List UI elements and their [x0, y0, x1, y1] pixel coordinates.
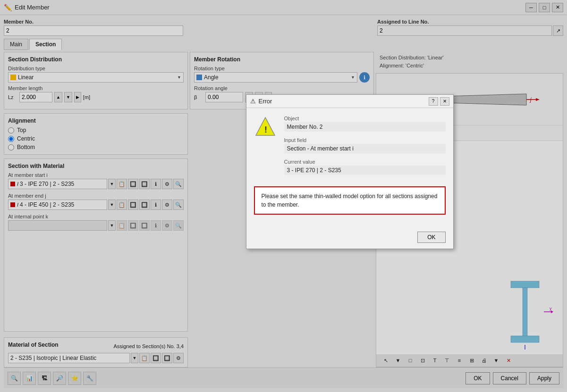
dialog-current-value-label: Current value: [284, 159, 446, 165]
warning-icon: !: [254, 116, 277, 138]
dialog-ok-button[interactable]: OK: [417, 232, 445, 243]
error-dialog-overlay: ⚠ Error ? ✕ !: [0, 0, 567, 392]
dialog-close-btn[interactable]: ✕: [440, 97, 449, 106]
dialog-title-icon: ⚠: [250, 98, 256, 105]
dialog-object-label: Object: [284, 116, 446, 121]
dialog-input-value: Section - At member start i: [284, 144, 446, 153]
warning-container: ! Object Member No. 2 Input field Sectio…: [254, 116, 446, 181]
dialog-fields: Object Member No. 2 Input field Section …: [284, 116, 446, 181]
dialog-object-value: Member No. 2: [284, 122, 446, 132]
dialog-title-controls: ? ✕: [429, 97, 449, 106]
dialog-footer: OK: [246, 228, 453, 249]
dialog-current-value-field: Current value 3 - IPE 270 | 2 - S235: [284, 159, 446, 175]
dialog-title-bar: ⚠ Error ? ✕: [246, 95, 453, 108]
dialog-current-value-value: 3 - IPE 270 | 2 - S235: [284, 166, 446, 175]
dialog-body: ! Object Member No. 2 Input field Sectio…: [246, 108, 453, 228]
warning-triangle: !: [254, 116, 277, 138]
dialog-question-btn[interactable]: ?: [429, 97, 438, 106]
dialog-title-text: Error: [259, 98, 429, 105]
svg-text:!: !: [264, 125, 267, 134]
error-dialog: ⚠ Error ? ✕ !: [246, 94, 454, 249]
dialog-input-label: Input field: [284, 137, 446, 143]
main-window: ✏️ Edit Member ─ □ ✕ Member No. Assigned…: [0, 0, 567, 392]
dialog-object-field: Object Member No. 2: [284, 116, 446, 132]
dialog-input-field: Input field Section - At member start i: [284, 137, 446, 153]
dialog-error-message: Please set the same thin-walled model op…: [254, 186, 446, 215]
